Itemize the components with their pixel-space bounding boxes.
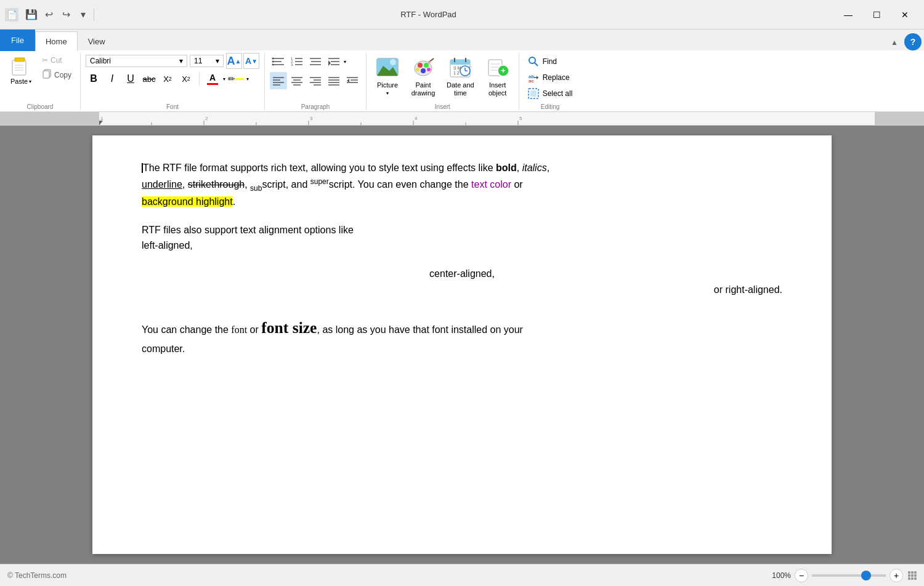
collapse-icon: ▲ (891, 38, 898, 47)
script1-text: script, and (262, 179, 310, 190)
indent-button[interactable] (325, 53, 342, 70)
comma2: , (547, 163, 549, 173)
highlight-icon: ✏ (228, 74, 235, 84)
help-button[interactable]: ? (904, 33, 922, 50)
datetime-icon: S M T W T 1 2 3 4 5 (448, 55, 472, 80)
replace-button[interactable]: ab ac Replace (524, 70, 573, 85)
svg-text:5: 5 (519, 116, 522, 121)
replace-icon: ab ac (528, 72, 539, 83)
paste-button[interactable]: Paste ▾ (5, 53, 37, 102)
status-bar: © TechTerms.com 100% − + (0, 564, 924, 586)
highlight-arrow[interactable]: ▾ (246, 76, 249, 82)
cut-copy-buttons: ✂ Cut Copy (38, 53, 75, 102)
select-all-icon (528, 88, 539, 99)
font-grow-button[interactable]: A▲ (226, 53, 242, 69)
strikethrough-button[interactable]: abc (141, 71, 157, 87)
zoom-out-button[interactable]: − (795, 569, 808, 582)
resize-handle[interactable] (908, 571, 917, 580)
font-color-arrow[interactable]: ▾ (223, 76, 225, 82)
bold-button[interactable]: B (86, 71, 102, 87)
subscript-text: sub (250, 183, 262, 192)
svg-text:3: 3 (310, 116, 313, 121)
align-left-button[interactable] (270, 72, 287, 89)
svg-text:2: 2 (205, 116, 208, 121)
picture-dropdown-arrow[interactable]: ▾ (386, 90, 389, 96)
align-right-button[interactable] (307, 72, 324, 89)
main-area: The RTF file format supports rich text, … (0, 126, 924, 564)
paint-label: Paintdrawing (411, 81, 436, 97)
insert-object-button[interactable]: + Insertobject (482, 53, 514, 100)
para2-right: or right-aligned. (714, 284, 782, 295)
superscript-button[interactable]: X2 (178, 71, 194, 87)
para3-before: You can change the (142, 324, 231, 335)
paint-drawing-button[interactable]: Paintdrawing (407, 53, 439, 100)
select-all-button[interactable]: Select all (524, 86, 577, 101)
tab-home[interactable]: Home (35, 31, 78, 51)
clipboard-content: Paste ▾ ✂ Cut Copy (5, 53, 75, 102)
find-button[interactable]: Find (524, 54, 561, 69)
ruler-inner: 1 2 3 4 5 (0, 112, 924, 125)
document[interactable]: The RTF file format supports rich text, … (92, 135, 832, 554)
list-dropdown-arrow[interactable]: ▾ (344, 59, 346, 65)
superscript-text: super (310, 177, 329, 186)
datetime-svg: S M T W T 1 2 3 4 5 (448, 56, 472, 79)
font-color-button[interactable]: A (205, 71, 221, 87)
svg-rect-7 (43, 71, 49, 78)
window-controls: — ☐ ✕ (834, 0, 919, 30)
copy-button[interactable]: Copy (38, 67, 75, 82)
font-group: Calibri ▾ 11 ▾ A▲ A▼ B I (81, 53, 265, 110)
underline-button[interactable]: U (123, 71, 139, 87)
svg-text:4: 4 (415, 116, 418, 121)
list-style-icon (309, 56, 322, 67)
subscript-button[interactable]: X2 (160, 71, 176, 87)
svg-marker-46 (347, 79, 349, 82)
font-row2: B I U abc X2 X2 A ▾ ✏ ▾ (86, 71, 249, 87)
para2-line2: left-aligned, (142, 240, 193, 251)
justify-button[interactable] (325, 72, 342, 89)
tab-file[interactable]: File (0, 30, 35, 51)
tab-view[interactable]: View (78, 31, 116, 51)
align-center-button[interactable] (288, 72, 306, 89)
ribbon: Paste ▾ ✂ Cut Copy (0, 50, 924, 112)
svg-text:3.: 3. (291, 63, 294, 66)
cut-button[interactable]: ✂ Cut (38, 54, 75, 66)
close-button[interactable]: ✕ (891, 0, 919, 30)
font-separator (199, 72, 200, 86)
svg-text:+: + (501, 66, 506, 75)
paste-svg (10, 55, 32, 78)
ruler-left-margin (0, 112, 99, 125)
svg-point-57 (427, 68, 431, 71)
right-to-left-button[interactable] (344, 72, 361, 89)
comma4: , (245, 179, 250, 190)
numbered-list-button[interactable]: 1. 2. 3. (288, 53, 306, 70)
font-shrink-button[interactable]: A▼ (243, 53, 259, 69)
zoom-slider[interactable] (812, 574, 886, 577)
font-size-select[interactable]: 11 ▾ (190, 55, 224, 67)
copy-label: Copy (54, 71, 71, 79)
font-family-select[interactable]: Calibri ▾ (86, 55, 187, 67)
font-label: Font (166, 102, 179, 110)
zoom-in-button[interactable]: + (890, 569, 903, 582)
list-style-button[interactable] (307, 53, 324, 70)
maximize-button[interactable]: ☐ (862, 0, 891, 30)
collapse-ribbon-button[interactable]: ▲ (885, 34, 904, 50)
svg-point-53 (418, 63, 423, 68)
insert-object-label: Insertobject (488, 81, 506, 97)
zoom-slider-fill (812, 574, 867, 577)
highlight-button[interactable]: ✏ (228, 71, 244, 87)
align-center-icon (290, 75, 304, 86)
align-left-button[interactable] (270, 53, 287, 70)
minimize-button[interactable]: — (834, 0, 862, 30)
replace-label: Replace (543, 73, 570, 82)
italic-button[interactable]: I (104, 71, 120, 87)
para2-center: center-aligned, (429, 268, 495, 279)
window-title: RTF - WordPad (23, 10, 834, 19)
paragraph-2: RTF files also support text alignment op… (142, 222, 782, 254)
picture-button[interactable]: Picture ▾ (371, 53, 403, 98)
numbered-list-icon: 1. 2. 3. (290, 56, 304, 67)
period1: . (233, 196, 235, 207)
font-size-buttons: A▲ A▼ (226, 53, 259, 69)
zoom-slider-thumb[interactable] (861, 571, 871, 580)
paste-label: Paste (10, 78, 28, 85)
datetime-button[interactable]: S M T W T 1 2 3 4 5 Date andtime (443, 53, 478, 100)
